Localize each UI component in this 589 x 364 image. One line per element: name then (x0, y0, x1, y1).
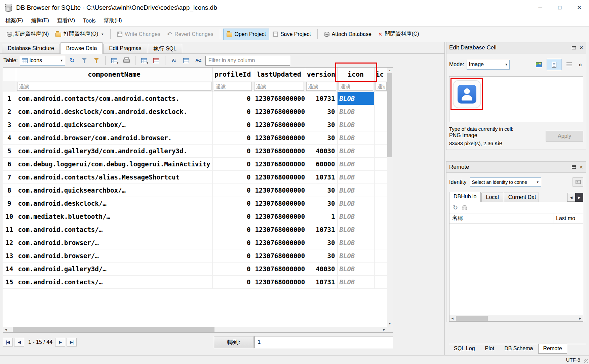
row-number-cell[interactable]: 11 (3, 223, 16, 236)
open-database-button[interactable]: 打開資料庫(O) ▼ (52, 28, 107, 40)
cell-lastUpdated[interactable]: 1230768000000 (253, 92, 305, 105)
filter-input-lastUpdated[interactable] (254, 82, 304, 91)
cell-icon[interactable]: BLOB (337, 197, 374, 210)
cell-version[interactable]: 1 (305, 210, 337, 223)
float-panel-icon[interactable] (572, 46, 576, 49)
cell-version[interactable]: 30 (305, 184, 337, 197)
row-number-cell[interactable]: 9 (3, 197, 16, 210)
cell-version[interactable]: 40030 (305, 144, 337, 157)
cell-profileId[interactable]: 0 (212, 157, 253, 170)
filter-input-profileId[interactable] (214, 82, 252, 91)
row-number-cell[interactable]: 1 (3, 92, 16, 105)
cell-version[interactable]: 30 (305, 131, 337, 144)
sort-asc-button[interactable]: A↓ (169, 55, 179, 66)
horizontal-scrollbar-track[interactable] (9, 327, 381, 332)
apply-button[interactable]: Apply (546, 131, 583, 141)
cell-icon[interactable]: BLOB (337, 131, 374, 144)
close-panel-icon[interactable]: ✕ (579, 164, 583, 170)
col-overflow[interactable]: ic (374, 68, 387, 81)
cell-version[interactable]: 10731 (305, 92, 337, 105)
cell-version[interactable]: 30 (305, 118, 337, 131)
last-modified-column-header[interactable]: Last mo (553, 213, 583, 223)
cell-version[interactable]: 10731 (305, 275, 337, 288)
set-null-button[interactable] (563, 59, 575, 70)
refresh-remote-icon[interactable]: ↻ (453, 205, 458, 211)
tab-remote[interactable]: Remote (538, 344, 567, 354)
cell-version[interactable]: 30 (305, 249, 337, 262)
tab-scroll-right-icon[interactable]: ▶ (575, 193, 583, 202)
menu-file[interactable]: 檔案(F) (1, 16, 27, 26)
cell-componentName[interactable]: com.android.deskclock/… (16, 197, 212, 210)
cell-componentName[interactable]: com.android.quicksearchbox/… (16, 118, 212, 131)
cell-componentName[interactable]: com.android.gallery3d/com.android.galler… (16, 144, 212, 157)
cell-profileId[interactable]: 0 (212, 197, 253, 210)
cell-overflow[interactable] (374, 275, 387, 288)
cell-profileId[interactable]: 0 (212, 118, 253, 131)
tab-plot[interactable]: Plot (480, 344, 500, 354)
cell-componentName[interactable]: com.android.browser/… (16, 249, 212, 262)
col-version[interactable]: version (305, 68, 337, 81)
scroll-right-icon[interactable]: ▶ (577, 315, 583, 321)
scroll-right-icon[interactable]: ▶ (381, 327, 387, 332)
cell-profileId[interactable]: 0 (212, 223, 253, 236)
cell-lastUpdated[interactable]: 1230768000000 (253, 144, 305, 157)
resize-grip-icon[interactable] (584, 359, 588, 363)
filter-any-column-input[interactable] (205, 56, 290, 66)
cell-version[interactable]: 30 (305, 236, 337, 249)
cell-icon[interactable]: BLOB (337, 249, 374, 262)
cell-icon[interactable]: BLOB (337, 105, 374, 118)
cell-componentName[interactable]: com.android.deskclock/com.android.deskcl… (16, 105, 212, 118)
cell-version[interactable]: 30 (305, 197, 337, 210)
cell-version[interactable]: 60000 (305, 157, 337, 170)
scroll-down-icon[interactable]: ▼ (387, 321, 393, 327)
cell-overflow[interactable] (374, 170, 387, 184)
minimize-icon[interactable]: ─ (531, 0, 550, 15)
print-button[interactable] (121, 55, 131, 66)
cell-componentName[interactable]: com.android.browser/com.android.browser. (16, 131, 212, 144)
maximize-icon[interactable]: □ (550, 0, 570, 15)
cell-lastUpdated[interactable]: 1230768000000 (253, 105, 305, 118)
scroll-left-icon[interactable]: ◀ (449, 315, 455, 321)
row-number-cell[interactable]: 14 (3, 262, 16, 275)
cell-icon[interactable]: BLOB (337, 157, 374, 170)
tab-local[interactable]: Local (481, 193, 503, 202)
clear-filter-button[interactable] (91, 55, 102, 66)
cell-lastUpdated[interactable]: 1230768000000 (253, 157, 305, 170)
cell-overflow[interactable] (374, 262, 387, 275)
menu-tools[interactable]: Tools (79, 16, 100, 25)
cell-lastUpdated[interactable]: 1230768000000 (253, 262, 305, 275)
cell-overflow[interactable] (374, 131, 387, 144)
tab-current-database[interactable]: Current Dat (504, 193, 539, 202)
identity-select[interactable]: Select an identity to conne ▼ (470, 177, 541, 187)
open-project-button[interactable]: Open Project (223, 29, 269, 40)
cell-overflow[interactable] (374, 105, 387, 118)
cell-overflow[interactable] (374, 118, 387, 131)
scroll-up-icon[interactable]: ▲ (387, 68, 393, 73)
cell-lastUpdated[interactable]: 1230768000000 (253, 170, 305, 184)
attach-database-button[interactable]: Attach Database (321, 29, 375, 40)
cell-icon[interactable]: BLOB (337, 236, 374, 249)
row-number-cell[interactable]: 13 (3, 249, 16, 262)
remote-scrollbar-track[interactable] (455, 315, 577, 321)
cell-profileId[interactable]: 0 (212, 210, 253, 223)
close-icon[interactable]: ✕ (570, 0, 589, 15)
revert-changes-button[interactable]: ↶ Revert Changes (164, 29, 217, 40)
cell-profileId[interactable]: 0 (212, 249, 253, 262)
previous-page-button[interactable]: ◀ (14, 338, 24, 347)
cell-overflow[interactable] (374, 197, 387, 210)
tab-sql-log[interactable]: SQL Log (449, 344, 480, 354)
cell-lastUpdated[interactable]: 1230768000000 (253, 223, 305, 236)
save-project-button[interactable]: Save Project (269, 29, 314, 40)
cell-overflow[interactable] (374, 236, 387, 249)
load-identity-button[interactable] (573, 177, 583, 187)
row-number-cell[interactable]: 10 (3, 210, 16, 223)
cell-overflow[interactable] (374, 92, 387, 105)
cell-lastUpdated[interactable]: 1230768000000 (253, 210, 305, 223)
cell-overflow[interactable] (374, 249, 387, 262)
row-number-cell[interactable]: 7 (3, 170, 16, 184)
filter-input-overflow[interactable] (376, 82, 387, 91)
filter-input-componentName[interactable] (17, 82, 211, 91)
cell-lastUpdated[interactable]: 1230768000000 (253, 184, 305, 197)
cell-overflow[interactable] (374, 223, 387, 236)
vertical-scrollbar[interactable]: ▲ ▼ (387, 68, 393, 327)
